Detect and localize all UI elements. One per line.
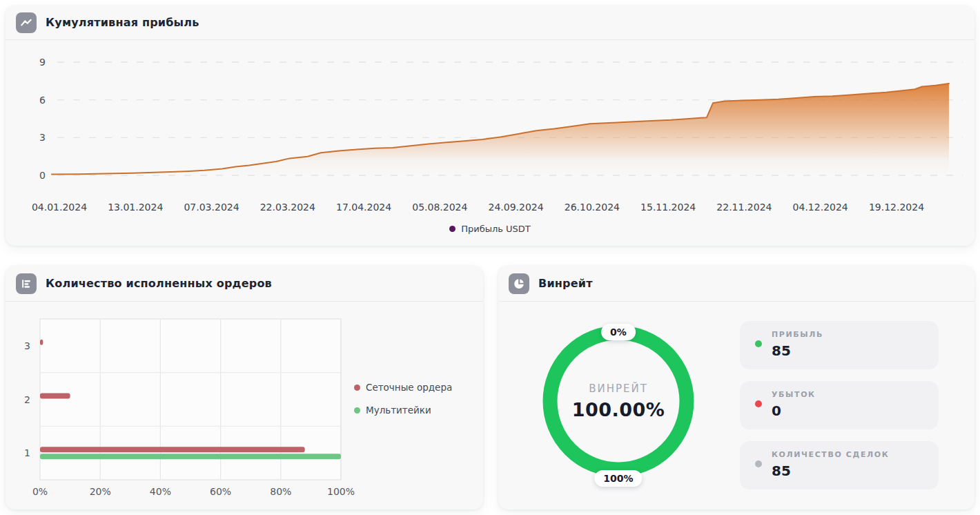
x-tick-label-24.09.2024: 24.09.2024 <box>489 202 544 213</box>
stat-card-trades-count: КОЛИЧЕСТВО СДЕЛОК 85 <box>740 441 939 489</box>
stat-card-loss: УБЫТОК 0 <box>740 381 939 429</box>
winrate-center: ВИНРЕЙТ 100.00% <box>542 382 694 420</box>
y-tick-label-0: 0 <box>39 170 46 181</box>
winrate-caption: ВИНРЕЙТ <box>542 382 694 395</box>
x-tick-label-17.04.2024: 17.04.2024 <box>336 202 391 213</box>
x-tick-label-60%: 60% <box>210 486 231 497</box>
bar-grid-orders-cat-1 <box>40 447 305 452</box>
stat-value-trades-count: 85 <box>772 463 791 479</box>
x-tick-label-04.12.2024: 04.12.2024 <box>793 202 848 213</box>
y-tick-label-6: 6 <box>39 95 46 106</box>
bar-grid-orders-cat-2 <box>40 393 70 399</box>
trades-count-dot <box>755 460 762 467</box>
executed-orders-legend: Сеточные ордера Мультитейки <box>354 382 452 416</box>
bar-multitakes-cat-1 <box>40 454 341 459</box>
x-tick-label-04.01.2024: 04.01.2024 <box>32 202 87 213</box>
x-tick-label-22.03.2024: 22.03.2024 <box>260 202 315 213</box>
cumulative-profit-legend: Прибыль USDT <box>6 224 974 234</box>
bar-grid-orders-cat-3 <box>40 340 43 345</box>
legend-label-multitakes: Мультитейки <box>366 405 431 416</box>
y-tick-label-3: 3 <box>39 132 46 143</box>
legend-label-profit-usdt: Прибыль USDT <box>461 224 531 234</box>
loss-dot <box>755 400 762 407</box>
legend-label-grid-orders: Сеточные ордера <box>366 382 452 393</box>
x-tick-label-15.11.2024: 15.11.2024 <box>640 202 696 213</box>
stat-value-profit: 85 <box>772 342 791 359</box>
x-tick-label-40%: 40% <box>150 486 171 497</box>
y-cat-label-1: 1 <box>24 447 30 458</box>
legend-item-profit-usdt[interactable]: Прибыль USDT <box>449 224 531 234</box>
legend-dot-grid-orders <box>354 385 360 391</box>
stat-card-profit: ПРИБЫЛЬ 85 <box>740 321 939 369</box>
x-tick-label-05.08.2024: 05.08.2024 <box>412 202 467 213</box>
stat-label-loss: УБЫТОК <box>772 390 816 399</box>
winrate-value: 100.00% <box>542 399 694 420</box>
x-tick-label-20%: 20% <box>90 486 111 497</box>
stat-label-profit: ПРИБЫЛЬ <box>772 330 823 339</box>
x-tick-label-19.12.2024: 19.12.2024 <box>869 202 924 213</box>
stat-label-trades-count: КОЛИЧЕСТВО СДЕЛОК <box>772 450 889 459</box>
x-tick-label-13.01.2024: 13.01.2024 <box>108 202 163 213</box>
y-cat-label-2: 2 <box>24 394 30 405</box>
winrate-bottom-badge: 100% <box>594 470 642 487</box>
legend-item-multitakes[interactable]: Мультитейки <box>354 405 452 416</box>
winrate-top-badge: 0% <box>601 324 636 340</box>
x-tick-label-80%: 80% <box>270 486 291 497</box>
panel-winrate: Винрейт ВИНРЕЙТ 100.00% 0% 100% ПРИБЫЛЬ … <box>498 266 974 509</box>
panel-cumulative-profit: Кумулятивная прибыль 9630 04.01.202413.0… <box>6 6 974 246</box>
legend-item-grid-orders[interactable]: Сеточные ордера <box>354 382 452 393</box>
x-tick-label-07.03.2024: 07.03.2024 <box>184 202 239 213</box>
x-tick-label-0%: 0% <box>32 486 48 497</box>
legend-dot-profit-usdt <box>449 226 455 232</box>
x-tick-label-26.10.2024: 26.10.2024 <box>565 202 620 213</box>
x-tick-label-100%: 100% <box>327 486 355 497</box>
stat-value-loss: 0 <box>772 402 781 419</box>
legend-dot-multitakes <box>354 407 360 414</box>
dashboard: Кумулятивная прибыль 9630 04.01.202413.0… <box>0 0 980 515</box>
profit-dot <box>755 340 762 347</box>
x-tick-label-22.11.2024: 22.11.2024 <box>716 202 772 213</box>
panel-executed-orders: Количество исполненных ордеров 0%20%40%6… <box>6 266 483 509</box>
y-cat-label-3: 3 <box>24 340 30 351</box>
y-tick-label-9: 9 <box>39 57 46 68</box>
